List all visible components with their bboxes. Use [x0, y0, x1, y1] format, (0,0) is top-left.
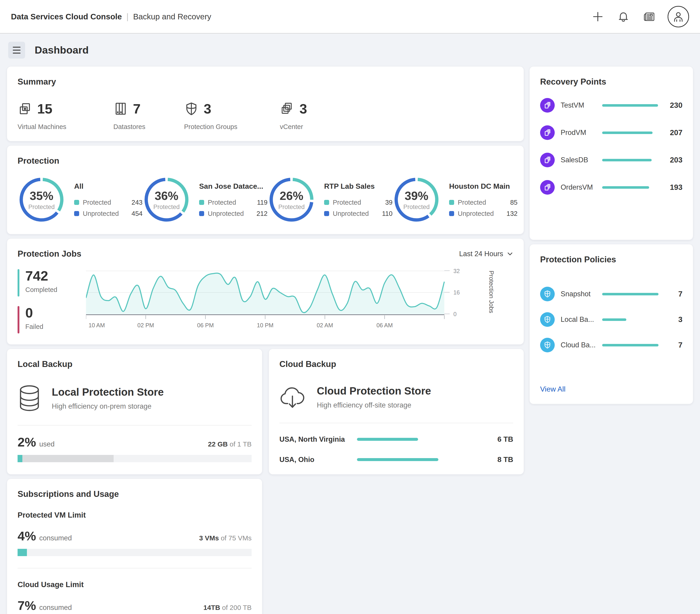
cloud-store-subtitle: High efficiency off-site storage [317, 401, 431, 409]
region-usage-bar [357, 458, 438, 461]
divider [279, 423, 513, 423]
unprotected-count: 454 [127, 210, 142, 217]
breadcrumb: Data Services Cloud Console | Backup and… [11, 12, 211, 22]
summary-item-vcenter: 3 vCenter [280, 101, 307, 131]
summary-value: 3 [204, 101, 211, 117]
protected-count: 119 [252, 199, 267, 206]
policy-bar [602, 318, 626, 321]
database-cylinder-icon [17, 384, 41, 413]
summary-value: 3 [299, 101, 307, 117]
completed-stat-bar [17, 269, 20, 296]
svg-text:32: 32 [453, 268, 460, 274]
legend-label: Unprotected [208, 210, 249, 217]
recovery-point-row: OrdersVM 193 [540, 180, 683, 195]
protection-group-houston: 39% Protected Houston DC Main Protected8… [392, 176, 517, 223]
notifications-button[interactable] [616, 9, 631, 24]
protected-swatch [199, 200, 204, 205]
protection-jobs-title: Protection Jobs [17, 249, 82, 259]
account-avatar[interactable] [667, 6, 689, 27]
recovery-point-name: OrdersVM [561, 183, 601, 191]
vm-copies-icon [543, 156, 551, 164]
page-title: Dashboard [35, 44, 89, 56]
vm-limit-percent: 4% [17, 528, 36, 543]
cloud-backup-card: Cloud Backup Cloud Protection Store High… [269, 349, 524, 474]
protection-donut-row: 35% Protected All Protected243 Unprotect… [17, 176, 513, 223]
region-usage-bar [357, 438, 418, 441]
hamburger-menu-button[interactable] [8, 42, 25, 59]
svg-text:10 AM: 10 AM [88, 322, 105, 329]
protection-group-san-jose: 36% Protected San Jose Datace... Protect… [142, 176, 267, 223]
summary-item-protection-groups: 3 Protection Groups [184, 101, 246, 131]
cloud-limit-label: Cloud Usage Limit [17, 580, 252, 589]
protected-swatch [324, 200, 329, 205]
protection-group-all: 35% Protected All Protected243 Unprotect… [17, 176, 142, 223]
progress-fill [17, 549, 27, 556]
top-bar: Data Services Cloud Console | Backup and… [0, 0, 700, 34]
vm-limit-used: 3 VMs [199, 534, 219, 542]
legend-label: Protected [458, 199, 499, 206]
create-button[interactable] [590, 9, 605, 24]
local-used-value: 22 GB [208, 440, 228, 448]
legend-label: Unprotected [333, 210, 374, 217]
svg-text:06 PM: 06 PM [197, 322, 214, 329]
summary-value: 7 [133, 101, 140, 117]
donut-percent: 26% [280, 189, 303, 203]
completed-value: 742 [25, 269, 57, 283]
summary-title: Summary [17, 77, 513, 87]
topbar-actions [590, 6, 689, 27]
policy-name: Cloud Ba... [561, 341, 601, 349]
recovery-point-name: TestVM [561, 101, 601, 110]
view-all-link[interactable]: View All [540, 385, 565, 393]
virtual-machine-icon [17, 101, 32, 116]
failed-stat: 0 Failed [17, 306, 86, 333]
protection-group-name: All [74, 182, 142, 191]
svg-text:0: 0 [453, 311, 457, 317]
recovery-point-bar [602, 186, 649, 189]
module-title: Backup and Recovery [133, 12, 211, 21]
time-range-dropdown[interactable]: Last 24 Hours [459, 250, 513, 258]
legend-label: Unprotected [83, 210, 124, 217]
chevron-down-icon [507, 251, 513, 257]
divider [17, 568, 252, 568]
policy-row: Snapshot 7 [540, 287, 683, 301]
recovery-point-bar [602, 104, 658, 107]
failed-label: Failed [25, 323, 43, 331]
summary-item-datastores: 7 Datastores [113, 101, 150, 131]
cloud-region-row: USA, North Virginia 6 TB [279, 435, 513, 444]
recovery-point-value: 203 [666, 156, 683, 164]
summary-label: Datastores [113, 123, 150, 131]
datastore-icon [113, 101, 128, 116]
legend-label: Unprotected [458, 210, 499, 217]
region-value: 8 TB [491, 456, 513, 464]
cloud-limit-of: of 200 TB [222, 604, 252, 611]
svg-text:16: 16 [453, 289, 460, 296]
vm-copies-icon [543, 129, 551, 137]
cloud-store-title: Cloud Protection Store [317, 385, 431, 397]
region-value: 6 TB [491, 435, 513, 444]
vm-copies-icon [543, 183, 551, 191]
summary-item-virtual-machines: 15 Virtual Machines [17, 101, 79, 131]
policy-value: 3 [666, 315, 683, 324]
vm-limit-of: of 75 VMs [221, 534, 252, 542]
policy-value: 7 [666, 341, 683, 349]
whats-new-button[interactable] [642, 9, 657, 24]
donut-caption: Protected [28, 204, 55, 210]
cloud-region-row: USA, Ohio 8 TB [279, 456, 513, 464]
newspaper-icon [643, 11, 655, 23]
local-backup-title: Local Backup [17, 359, 252, 369]
svg-text:06 AM: 06 AM [376, 322, 393, 329]
cloud-download-icon [279, 384, 306, 410]
cloud-limit-used: 14TB [203, 604, 220, 611]
policy-name: Local Ba... [561, 316, 601, 324]
vm-limit-word: consumed [39, 534, 72, 542]
app-title: Data Services Cloud Console [11, 12, 122, 21]
local-used-percent: 2% [17, 435, 36, 449]
subscriptions-card: Subscriptions and Usage Protected VM Lim… [7, 478, 262, 614]
summary-value: 15 [37, 101, 52, 117]
recovery-point-row: SalesDB 203 [540, 153, 683, 167]
unprotected-count: 212 [252, 210, 267, 217]
divider [17, 425, 252, 425]
recovery-point-row: ProdVM 207 [540, 125, 683, 140]
policy-name: Snapshot [561, 290, 601, 298]
donut-percent: 36% [155, 189, 178, 203]
